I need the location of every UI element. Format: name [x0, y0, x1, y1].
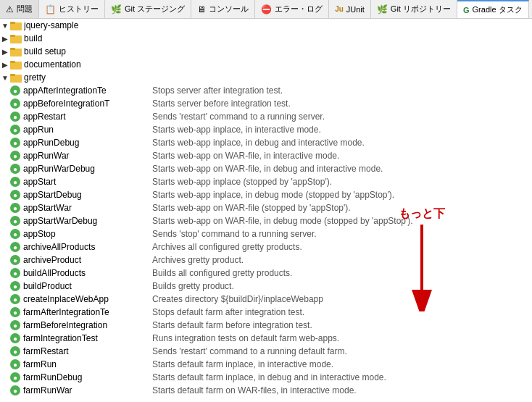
- tab-error-log[interactable]: ⛔ エラー・ログ: [255, 0, 329, 18]
- task-desc-4: Starts web-app inplace, in interactive m…: [146, 125, 321, 135]
- task-icon-10: ●: [10, 203, 20, 213]
- folder-icon-build: [10, 33, 22, 44]
- task-appStartWar[interactable]: ● appStartWar Starts web-app on WAR-file…: [0, 201, 532, 214]
- task-desc-10: Starts web-app on WAR-file (stopped by '…: [146, 203, 351, 213]
- svg-rect-5: [10, 48, 15, 50]
- task-buildAllProducts[interactable]: ● buildAllProducts Builds all configured…: [0, 267, 532, 280]
- gradle-task-icon: G: [463, 6, 470, 14]
- task-farmRestart[interactable]: ● farmRestart Sends 'restart' command to…: [0, 345, 532, 358]
- folder-icon-build-setup: [10, 46, 22, 57]
- spacer-5: [0, 138, 10, 148]
- task-farmRunWar[interactable]: ● farmRunWar Starts default farm on WAR-…: [0, 384, 532, 397]
- task-label-19: farmBeforeIntegration: [23, 320, 146, 330]
- spacer-10: [0, 203, 10, 213]
- tree-node-build[interactable]: ▶ build: [0, 32, 532, 45]
- task-farmAfterIntegrationTe[interactable]: ● farmAfterIntegrationTe Stops default f…: [0, 306, 532, 319]
- task-buildProduct[interactable]: ● buildProduct Builds gretty product.: [0, 280, 532, 293]
- tab-history[interactable]: 📋 ヒストリー: [39, 0, 105, 18]
- task-icon-15: ●: [10, 268, 20, 278]
- svg-rect-9: [10, 74, 15, 76]
- task-appStartDebug[interactable]: ● appStartDebug Starts web-app inplace, …: [0, 188, 532, 201]
- task-label-21: farmRestart: [23, 346, 146, 356]
- spacer-14: [0, 255, 10, 265]
- tab-console[interactable]: 🖥 コンソール: [191, 0, 255, 18]
- tab-git-staging[interactable]: 🌿 Git ステージング: [105, 0, 191, 18]
- tree-node-documentation[interactable]: ▶ documentation: [0, 58, 532, 71]
- task-label-5: appRunDebug: [23, 138, 146, 148]
- folder-icon-gretty: [10, 72, 22, 83]
- task-archiveProduct[interactable]: ● archiveProduct Archives gretty product…: [0, 254, 532, 267]
- task-icon-4: ●: [10, 125, 20, 135]
- task-appBeforeIntegrationT[interactable]: ● appBeforeIntegrationT Starts server be…: [0, 97, 532, 110]
- task-appRunWar[interactable]: ● appRunWar Starts web-app on WAR-file, …: [0, 149, 532, 162]
- tab-mondai-label: 問題: [17, 4, 33, 14]
- task-icon-5: ●: [10, 138, 20, 148]
- expand-build[interactable]: ▶: [0, 33, 10, 43]
- expand-jquery-sample[interactable]: ▼: [0, 20, 10, 30]
- task-farmRun[interactable]: ● farmRun Starts default farm inplace, i…: [0, 358, 532, 371]
- task-appStop[interactable]: ● appStop Sends 'stop' command to a runn…: [0, 227, 532, 240]
- task-label-2: appBeforeIntegrationT: [23, 99, 146, 109]
- task-farmIntegrationTest[interactable]: ● farmIntegrationTest Runs integration t…: [0, 332, 532, 345]
- tree-node-build-setup[interactable]: ▶ build setup: [0, 45, 532, 58]
- task-appRunWarDebug[interactable]: ● appRunWarDebug Starts web-app on WAR-f…: [0, 162, 532, 175]
- gradle-task-tree: ▼ jquery-sample ▶ build ▶ build setup ▶: [0, 19, 532, 397]
- expand-gretty[interactable]: ▼: [0, 72, 10, 83]
- label-documentation: documentation: [24, 59, 147, 70]
- mondai-icon: ⚠: [6, 4, 14, 14]
- task-desc-14: Archives gretty product.: [146, 255, 244, 265]
- label-build: build: [24, 33, 147, 43]
- task-farmBeforeIntegration[interactable]: ● farmBeforeIntegration Starts default f…: [0, 319, 532, 332]
- tab-error-log-label: エラー・ログ: [275, 4, 323, 14]
- task-farmRunDebug[interactable]: ● farmRunDebug Starts default farm inpla…: [0, 371, 532, 384]
- task-appStart[interactable]: ● appStart Starts web-app inplace (stopp…: [0, 175, 532, 188]
- spacer-13: [0, 242, 10, 252]
- task-appRunDebug[interactable]: ● appRunDebug Starts web-app inplace, in…: [0, 136, 532, 149]
- task-desc-1: Stops server after integration test.: [146, 85, 283, 96]
- spacer-17: [0, 294, 10, 304]
- tab-console-label: コンソール: [209, 4, 249, 14]
- spacer-11: [0, 216, 10, 226]
- svg-rect-7: [10, 61, 15, 63]
- task-appAfterIntegrationTe[interactable]: ● appAfterIntegrationTe Stops server aft…: [0, 84, 532, 97]
- task-label-11: appStartWarDebug: [23, 216, 146, 226]
- task-appRun[interactable]: ● appRun Starts web-app inplace, in inte…: [0, 123, 532, 136]
- junit-icon: Ju: [335, 5, 344, 13]
- tree-node-jquery-sample[interactable]: ▼ jquery-sample: [0, 19, 532, 32]
- task-createInplaceWebApp[interactable]: ● createInplaceWebApp Creates directory …: [0, 293, 532, 306]
- tab-junit[interactable]: Ju JUnit: [329, 0, 371, 18]
- expand-build-setup[interactable]: ▶: [0, 46, 10, 56]
- task-desc-9: Starts web-app inplace, in debug mode (s…: [146, 190, 394, 200]
- spacer-20: [0, 333, 10, 343]
- task-label-9: appStartDebug: [23, 190, 146, 200]
- task-archiveAllProducts[interactable]: ● archiveAllProducts Archives all config…: [0, 240, 532, 254]
- task-label-24: farmRunWar: [23, 385, 146, 395]
- task-icon-18: ●: [10, 307, 20, 317]
- task-icon-20: ●: [10, 333, 20, 343]
- label-build-setup: build setup: [24, 46, 147, 56]
- task-label-22: farmRun: [23, 359, 146, 369]
- task-appRestart[interactable]: ● appRestart Sends 'restart' command to …: [0, 110, 532, 123]
- task-desc-8: Starts web-app inplace (stopped by 'appS…: [146, 177, 332, 187]
- tab-gradle-task[interactable]: G Gradle タスク: [457, 0, 529, 18]
- task-icon-9: ●: [10, 190, 20, 200]
- spacer-19: [0, 320, 10, 330]
- spacer-1: [0, 85, 10, 96]
- spacer-3: [0, 112, 10, 122]
- task-icon-22: ●: [10, 359, 20, 369]
- task-desc-5: Starts web-app inplace, in debug and int…: [146, 138, 365, 148]
- task-desc-11: Starts web-app on WAR-file, in debug mod…: [146, 216, 413, 226]
- task-desc-17: Creates directory ${buildDir}/inplaceWeb…: [146, 294, 323, 304]
- task-desc-2: Starts server before integration test.: [146, 99, 291, 109]
- spacer-6: [0, 151, 10, 161]
- tab-git-repo[interactable]: 🌿 Git リポジトリー: [371, 0, 457, 18]
- task-desc-16: Builds gretty product.: [146, 281, 234, 291]
- task-icon-3: ●: [10, 112, 20, 122]
- tab-gradle-exec[interactable]: G Gradle 実行: [529, 0, 532, 18]
- task-label-15: buildAllProducts: [23, 268, 146, 278]
- task-appStartWarDebug[interactable]: ● appStartWarDebug Starts web-app on WAR…: [0, 214, 532, 227]
- tab-mondai[interactable]: ⚠ 問題: [0, 0, 39, 18]
- task-desc-19: Starts default farm before integration t…: [146, 320, 312, 330]
- expand-documentation[interactable]: ▶: [0, 59, 10, 70]
- tree-node-gretty[interactable]: ▼ gretty: [0, 71, 532, 84]
